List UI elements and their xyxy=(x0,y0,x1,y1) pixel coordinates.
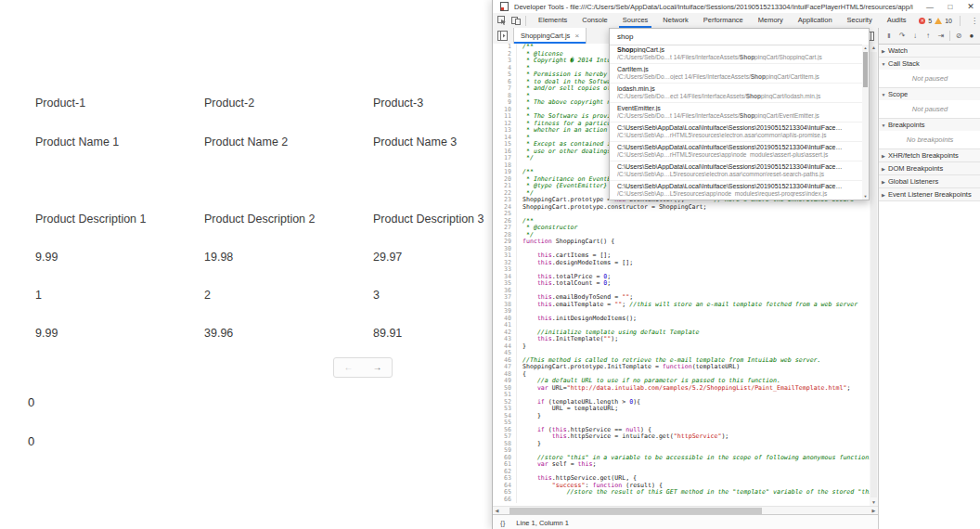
code-line[interactable]: 40 this.initDesignModeItems(); xyxy=(493,316,870,323)
pretty-print-icon[interactable]: {} xyxy=(500,519,505,527)
section-header[interactable]: ▶Global Listeners xyxy=(879,175,980,187)
section-header[interactable]: ▼Scope xyxy=(879,88,980,100)
code-text: //store the result of this GET method in… xyxy=(517,489,870,497)
tab-security[interactable]: Security xyxy=(840,13,880,28)
devtools-titlebar[interactable]: Developer Tools - file:///C:/Users/Seb/A… xyxy=(493,0,980,14)
deactivate-breakpoints-icon[interactable]: ⊘ xyxy=(953,32,964,40)
quick-open-item[interactable]: C:\Users\Seb\AppData\Local\Intuiface\Ses… xyxy=(610,161,862,181)
result-file-name: C:\Users\Seb\AppData\Local\Intuiface\Ses… xyxy=(617,163,862,170)
next-page-arrow-icon[interactable]: → xyxy=(373,363,382,372)
code-line[interactable]: 50 var URL="http://data.intuilab.com/sam… xyxy=(493,385,870,393)
tab-performance[interactable]: Performance xyxy=(696,13,751,28)
code-line[interactable]: 47ShoppingCart.prototype.InitTemplate = … xyxy=(493,364,870,371)
chevron-right-icon: ▶ xyxy=(879,166,888,172)
file-tab-close-icon[interactable]: × xyxy=(574,32,579,40)
code-text: this.httpService = intuiface.get("httpSe… xyxy=(517,433,729,441)
inspect-element-icon[interactable] xyxy=(497,16,507,25)
code-line[interactable]: 29function ShoppingCart() { xyxy=(493,239,870,246)
quick-open-results: ShoppingCart.js/C:/Users/Seb/Do…t 14/Fil… xyxy=(610,45,862,200)
code-line[interactable]: 38 this.emailTemplate = ""; //this will … xyxy=(493,302,870,309)
section-header[interactable]: ▶Watch xyxy=(879,45,980,57)
tab-elements[interactable]: Elements xyxy=(531,13,574,28)
toolbar-divider xyxy=(525,16,526,26)
maximize-button[interactable]: □ xyxy=(942,0,959,13)
code-line[interactable]: 53 URL = templateURL; xyxy=(493,406,870,413)
tab-sources[interactable]: Sources xyxy=(615,13,656,28)
code-line[interactable]: 57 this.httpService = intuiface.get("htt… xyxy=(493,433,870,441)
section-label: XHR/fetch Breakpoints xyxy=(888,151,959,160)
navigator-toggle-icon[interactable] xyxy=(497,31,508,41)
line-number: 2 xyxy=(493,51,517,58)
step-icon[interactable]: ⇥ xyxy=(935,32,947,40)
code-line[interactable]: 65 //store the result of this GET method… xyxy=(493,489,870,497)
scroll-down-icon[interactable]: ▼ xyxy=(870,498,878,506)
quick-open-item[interactable]: CartItem.js/C:/Users/Seb/Do…oject 14/Fil… xyxy=(610,64,862,84)
product-sku: Product-1 xyxy=(35,97,85,110)
pause-icon[interactable]: ‖ xyxy=(883,32,895,40)
step-into-icon[interactable]: ↓ xyxy=(909,32,921,40)
quick-open-search[interactable]: shop xyxy=(610,29,869,45)
chevron-right-icon: ▶ xyxy=(879,153,888,159)
tab-audits[interactable]: Audits xyxy=(880,13,914,28)
pager[interactable]: ← → xyxy=(333,357,393,378)
scroll-up-icon[interactable]: ▲ xyxy=(862,45,869,51)
scroll-up-icon[interactable]: ▲ xyxy=(870,44,878,51)
code-text: */ xyxy=(517,155,534,162)
section-header[interactable]: ▼Breakpoints xyxy=(879,119,980,131)
code-line[interactable]: 66 xyxy=(493,497,870,504)
code-line[interactable]: 58 } xyxy=(493,441,870,448)
code-text: this.initDesignModeItems(); xyxy=(517,316,637,323)
close-button[interactable]: ✕ xyxy=(962,0,979,13)
more-options-icon[interactable]: ⋮ xyxy=(971,17,978,25)
tab-network[interactable]: Network xyxy=(655,13,696,28)
code-line[interactable]: 32 this.designModeItems = []; xyxy=(493,260,870,267)
quick-open-item[interactable]: C:\Users\Seb\AppData\Local\Intuiface\Ses… xyxy=(610,181,862,200)
code-line[interactable]: 25 xyxy=(493,211,870,218)
quick-open-item[interactable]: ShoppingCart.js/C:/Users/Seb/Do…t 14/Fil… xyxy=(610,45,862,64)
tab-application[interactable]: Application xyxy=(791,13,840,28)
quick-open-scrollbar[interactable]: ▲ ▼ xyxy=(862,45,869,200)
section-call-stack: ▼Call StackNot paused xyxy=(879,58,980,88)
section-header[interactable]: ▼Call Stack xyxy=(879,58,980,70)
pause-on-exceptions-icon[interactable]: ● xyxy=(966,32,977,40)
code-line[interactable]: 24ShoppingCart.prototype.constructor = S… xyxy=(493,204,870,212)
chevron-down-icon: ▼ xyxy=(879,92,888,97)
section-note: Not paused xyxy=(879,100,980,118)
quick-open-item[interactable]: C:\Users\Seb\AppData\Local\Intuiface\Ses… xyxy=(610,123,862,142)
prev-page-arrow-icon[interactable]: ← xyxy=(344,363,354,372)
vertical-scrollbar[interactable]: ▲ ▼ xyxy=(870,44,878,506)
device-toolbar-icon[interactable] xyxy=(511,16,521,25)
minimize-button[interactable]: — xyxy=(922,0,938,13)
step-out-icon[interactable]: ↑ xyxy=(922,32,934,40)
code-line[interactable]: 54 } xyxy=(493,413,870,420)
code-line[interactable]: 43 this.InitTemplate(""); xyxy=(493,336,870,343)
result-file-path: /C:\Users\Seb\Ap…L5\resources\electron.a… xyxy=(617,171,862,177)
quick-open-scrollbar-thumb[interactable] xyxy=(863,52,868,87)
code-line[interactable]: 35 this.totalCount = 0; xyxy=(493,280,870,288)
step-over-icon[interactable]: ↷ xyxy=(896,32,908,40)
product-quantity: 2 xyxy=(204,289,211,302)
code-line[interactable]: 44} xyxy=(493,343,870,351)
code-text: ShoppingCart.prototype.constructor = Sho… xyxy=(517,204,707,212)
scroll-down-icon[interactable]: ▼ xyxy=(862,193,869,200)
errors-count: 5 xyxy=(928,18,932,24)
section-header[interactable]: ▶Event Listener Breakpoints xyxy=(879,188,980,200)
file-tab-shoppingcart[interactable]: ShoppingCart.js × xyxy=(513,28,587,44)
code-line[interactable]: 27 * @constructor xyxy=(493,225,870,232)
code-text xyxy=(517,497,522,504)
section-header[interactable]: ▶XHR/fetch Breakpoints xyxy=(879,149,980,161)
quick-open-item[interactable]: lodash.min.js/C:/Users/Seb/Do…ect 14/Fil… xyxy=(610,84,862,103)
horizontal-scrollbar-thumb[interactable] xyxy=(509,508,762,514)
tab-memory[interactable]: Memory xyxy=(751,13,791,28)
toolbar-divider xyxy=(949,31,950,41)
section-header[interactable]: ▶DOM Breakpoints xyxy=(879,162,980,174)
issue-badges[interactable]: ✕ 5 10 ⋮ xyxy=(919,16,980,26)
code-line[interactable]: 61 var self = this; xyxy=(493,461,870,469)
line-number: 7 xyxy=(493,85,517,93)
vertical-scrollbar-thumb[interactable] xyxy=(870,52,877,497)
result-file-name: C:\Users\Seb\AppData\Local\Intuiface\Ses… xyxy=(617,183,862,189)
section-breakpoints: ▼BreakpointsNo breakpoints xyxy=(879,119,980,149)
tab-console[interactable]: Console xyxy=(574,13,615,28)
quick-open-item[interactable]: EventEmitter.js/C:/Users/Seb/Do…t 14/Fil… xyxy=(610,103,862,123)
quick-open-item[interactable]: C:\Users\Seb\AppData\Local\Intuiface\Ses… xyxy=(610,142,862,161)
